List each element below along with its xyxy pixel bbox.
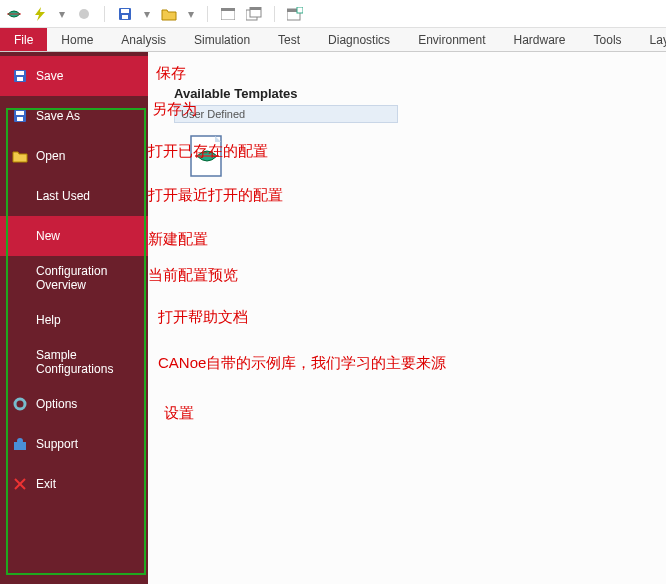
no-icon xyxy=(12,312,28,328)
menu-new[interactable]: New xyxy=(0,216,148,256)
support-icon xyxy=(12,436,28,452)
svg-rect-15 xyxy=(16,71,24,75)
tab-simulation[interactable]: Simulation xyxy=(180,28,264,51)
svg-rect-5 xyxy=(122,15,128,19)
menu-label: Options xyxy=(36,397,77,411)
annotation: 当前配置预览 xyxy=(148,266,238,285)
quick-access-toolbar: ▾ ▾ ▾ xyxy=(0,0,666,28)
menu-label: Open xyxy=(36,149,65,163)
file-menu: Save Save As Open Last Used New Configur… xyxy=(0,52,148,584)
separator xyxy=(104,6,105,22)
menu-label: New xyxy=(36,229,60,243)
svg-point-21 xyxy=(18,402,22,406)
separator xyxy=(207,6,208,22)
tab-label: File xyxy=(14,33,33,47)
menu-help[interactable]: Help xyxy=(0,300,148,340)
menu-label: Help xyxy=(36,313,61,327)
tab-file[interactable]: File xyxy=(0,28,47,51)
windows-icon[interactable] xyxy=(246,6,262,22)
bolt-icon[interactable] xyxy=(32,6,48,22)
svg-rect-10 xyxy=(250,7,261,10)
menu-open[interactable]: Open xyxy=(0,136,148,176)
menu-label: Configuration Overview xyxy=(36,264,136,293)
tab-tools[interactable]: Tools xyxy=(580,28,636,51)
tab-hardware[interactable]: Hardware xyxy=(500,28,580,51)
dim-circle-icon[interactable] xyxy=(76,6,92,22)
menu-exit[interactable]: Exit xyxy=(0,464,148,504)
tab-home[interactable]: Home xyxy=(47,28,107,51)
annotation: 打开帮助文档 xyxy=(158,308,248,327)
annotation: 打开最近打开的配置 xyxy=(148,186,283,205)
disk-icon xyxy=(12,108,28,124)
menu-save[interactable]: Save xyxy=(0,56,148,96)
menu-label: Last Used xyxy=(36,189,90,203)
gear-icon xyxy=(12,396,28,412)
svg-point-2 xyxy=(79,9,89,19)
no-icon xyxy=(12,188,28,204)
tab-label: Home xyxy=(61,33,93,47)
menu-save-as[interactable]: Save As xyxy=(0,96,148,136)
tab-label: Layout xyxy=(650,33,666,47)
templates-heading: Available Templates xyxy=(174,86,658,101)
menu-configuration-overview[interactable]: Configuration Overview xyxy=(0,256,148,300)
svg-rect-18 xyxy=(16,111,24,115)
svg-rect-7 xyxy=(221,8,235,11)
tab-test[interactable]: Test xyxy=(264,28,314,51)
svg-point-23 xyxy=(17,438,23,444)
tab-analysis[interactable]: Analysis xyxy=(107,28,180,51)
annotation: 新建配置 xyxy=(148,230,208,249)
ribbon-tabs: File Home Analysis Simulation Test Diagn… xyxy=(0,28,666,52)
new-window-icon[interactable] xyxy=(287,6,303,22)
tab-environment[interactable]: Environment xyxy=(404,28,499,51)
tab-label: Simulation xyxy=(194,33,250,47)
svg-marker-1 xyxy=(35,7,45,21)
svg-rect-4 xyxy=(121,9,129,13)
chevron-down-icon[interactable]: ▾ xyxy=(58,6,66,22)
svg-rect-19 xyxy=(17,117,23,121)
tab-label: Tools xyxy=(594,33,622,47)
disk-icon xyxy=(12,68,28,84)
chevron-down-icon[interactable]: ▾ xyxy=(187,6,195,22)
content-area: Save Save As Open Last Used New Configur… xyxy=(0,52,666,584)
annotation: 保存 xyxy=(156,64,186,83)
annotation: 另存为 xyxy=(152,100,197,119)
window-icon[interactable] xyxy=(220,6,236,22)
separator xyxy=(274,6,275,22)
menu-sample-configurations[interactable]: Sample Configurations xyxy=(0,340,148,384)
menu-options[interactable]: Options xyxy=(0,384,148,424)
tab-layout[interactable]: Layout xyxy=(636,28,666,51)
tab-label: Test xyxy=(278,33,300,47)
menu-label: Save As xyxy=(36,109,80,123)
menu-support[interactable]: Support xyxy=(0,424,148,464)
folder-open-icon[interactable] xyxy=(161,6,177,22)
menu-label: Support xyxy=(36,437,78,451)
menu-label: Save xyxy=(36,69,63,83)
svg-rect-16 xyxy=(17,77,23,81)
chevron-down-icon[interactable]: ▾ xyxy=(143,6,151,22)
annotation: 设置 xyxy=(164,404,194,423)
group-user-defined[interactable]: User Defined xyxy=(174,105,398,123)
menu-last-used[interactable]: Last Used xyxy=(0,176,148,216)
tab-label: Diagnostics xyxy=(328,33,390,47)
svg-rect-13 xyxy=(297,7,303,13)
folder-open-icon xyxy=(12,148,28,164)
save-icon[interactable] xyxy=(117,6,133,22)
no-icon xyxy=(12,228,28,244)
no-icon xyxy=(12,354,28,370)
app-icon xyxy=(6,6,22,22)
menu-label: Sample Configurations xyxy=(36,348,136,377)
tab-label: Analysis xyxy=(121,33,166,47)
tab-label: Environment xyxy=(418,33,485,47)
no-icon xyxy=(12,270,28,286)
templates-panel: Available Templates User Defined 保存 另存为 … xyxy=(148,52,666,584)
tab-label: Hardware xyxy=(514,33,566,47)
menu-label: Exit xyxy=(36,477,56,491)
annotation: 打开已存在的配置 xyxy=(148,142,268,161)
close-icon xyxy=(12,476,28,492)
annotation: CANoe自带的示例库，我们学习的主要来源 xyxy=(158,354,446,373)
tab-diagnostics[interactable]: Diagnostics xyxy=(314,28,404,51)
